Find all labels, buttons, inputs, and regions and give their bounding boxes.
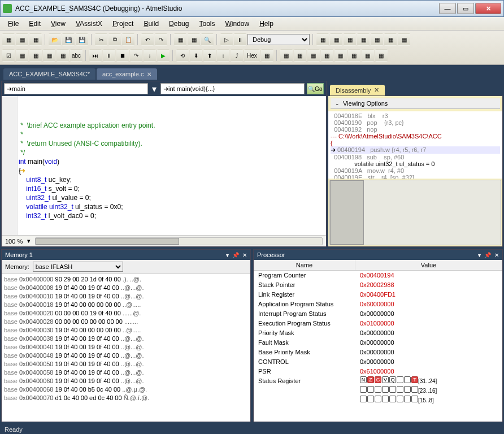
disassembly-pane: ⌄ Viewing Options 0040018E blx r3 004001… [328,96,503,247]
open-icon[interactable]: 📂 [49,33,61,46]
window-titlebar: ACC_EXAMPLE_SAM3S4C (Debugging) - AtmelS… [0,0,504,17]
toolbar-button[interactable]: ▦ [188,33,200,46]
paste-icon[interactable]: 📋 [122,33,134,46]
menu-debug[interactable]: Debug [164,19,193,29]
toolbar-button[interactable]: ▦ [330,33,342,46]
toolbar-button[interactable]: ↕ [217,49,229,62]
undo-icon[interactable]: ↶ [141,33,154,46]
memory-dump[interactable]: base 0x00400000 90 29 00 20 1d 0f 40 00 … [2,274,250,422]
horizontal-scrollbar[interactable] [35,237,323,245]
close-icon[interactable]: ✕ [494,252,499,258]
toolbar-button[interactable]: ▦ [362,49,374,62]
menu-tools[interactable]: Tools [194,19,219,29]
hex-button[interactable]: Hex [244,49,260,62]
toolbar-button[interactable]: ▦ [344,33,356,46]
symbol-combo[interactable]: ➜ main [4,83,148,94]
toolbar-button[interactable]: ▦ [43,49,55,62]
run-icon[interactable]: ▶ [157,49,170,62]
close-icon[interactable]: ✕ [242,252,247,258]
toolbar-button[interactable]: ▦ [334,49,347,62]
save-icon[interactable]: 💾 [62,33,75,46]
step-over-icon[interactable]: ↷ [130,49,142,62]
toolbar-button[interactable]: ▦ [16,33,28,46]
pin-icon[interactable]: 📌 [232,252,239,258]
panel-titlebar: Memory 1 ▾ 📌 ✕ [2,250,250,260]
maximize-button[interactable]: ▭ [457,3,474,14]
code-editor[interactable]: * \brief ACC example application entry p… [2,96,326,235]
toolbar-button[interactable]: ▦ [371,33,383,46]
tab-project[interactable]: ACC_EXAMPLE_SAM3S4C* [3,68,95,80]
memory-region-select[interactable]: base IFLASH [33,262,123,272]
toolbar-button[interactable]: ☑ [2,49,15,62]
pin-icon[interactable]: 📌 [484,252,491,258]
step-into-icon[interactable]: ↓ [144,49,156,62]
toolbar-button[interactable]: ▦ [16,49,28,62]
toolbar-button[interactable]: abc [70,49,82,62]
toolbar-button[interactable]: ▦ [174,33,186,46]
toolbar-button[interactable]: ▦ [307,49,320,62]
toolbar-button[interactable]: ⟲ [176,49,189,62]
minimize-button[interactable]: — [439,3,456,14]
save-all-icon[interactable]: 💾 [76,33,88,46]
cut-icon[interactable]: ✂ [95,33,107,46]
menu-bar: FileEditViewVAssistXProjectBuildDebugToo… [0,17,504,31]
toolbar-button[interactable]: ⬆ [203,49,216,62]
disassembly-listing[interactable]: 0040018E blx r3 00400190 pop {r3, pc} 00… [328,111,502,179]
run-icon[interactable]: ▷ [220,33,233,46]
menu-edit[interactable]: Edit [24,19,45,29]
pause-icon[interactable]: ⏸ [234,33,246,46]
stop-icon[interactable]: ⏹ [116,49,129,62]
chevron-down-icon: ⌄ [335,101,340,106]
toolbar-button[interactable]: ▦ [57,49,69,62]
toolbar-button[interactable]: ▦ [384,33,397,46]
step-icon[interactable]: ⏭ [89,49,102,62]
dropdown-icon[interactable]: ▾ [478,252,481,258]
toolbar-button[interactable]: ⬇ [190,49,202,62]
window-title: ACC_EXAMPLE_SAM3S4C (Debugging) - AtmelS… [15,5,439,12]
menu-build[interactable]: Build [139,19,163,29]
scope-combo[interactable]: ➜ int main(void){...} [160,83,305,94]
find-icon[interactable]: 🔍 [201,33,214,46]
toolbar-button[interactable]: ▦ [357,33,370,46]
toolbar-button[interactable]: ▦ [2,33,15,46]
menu-file[interactable]: File [3,19,23,29]
horizontal-scrollbar[interactable] [329,180,501,246]
toolbar-button[interactable]: ▦ [375,49,388,62]
close-button[interactable]: ✕ [475,3,501,14]
close-icon[interactable]: ✕ [374,86,379,94]
panel-titlebar: Processor ▾ 📌 ✕ [254,250,502,260]
menu-project[interactable]: Project [108,19,138,29]
toolbar-button[interactable]: ▦ [316,33,329,46]
toolbar-button[interactable]: ⤴ [231,49,243,62]
tab-disassembly[interactable]: Disassembly✕ [330,85,385,96]
close-icon[interactable]: ✕ [147,71,151,77]
viewing-options[interactable]: ⌄ Viewing Options [331,98,500,109]
memory-controls: Memory: base IFLASH [2,260,250,274]
toolbar-button[interactable]: ▦ [261,49,273,62]
redo-icon[interactable]: ↷ [155,33,167,46]
pause-icon[interactable]: ⏸ [103,49,115,62]
toolbar-button[interactable]: ▦ [29,49,42,62]
config-select[interactable]: Debug [247,34,310,45]
menu-vassistx[interactable]: VAssistX [71,19,107,29]
toolbar-button[interactable]: ▦ [321,49,333,62]
menu-view[interactable]: View [46,19,70,29]
processor-registers[interactable]: Program Counter0x00400194Stack Pointer0x… [254,271,502,422]
toolbar-button[interactable]: ▦ [398,33,410,46]
copy-icon[interactable]: ⧉ [108,33,121,46]
toolbar-button[interactable]: ▦ [294,49,306,62]
status-text: Ready [5,426,23,433]
status-bar: Ready [0,423,504,434]
app-icon [3,4,12,13]
go-button[interactable]: 🔍Go [307,83,324,94]
menu-window[interactable]: Window [220,19,254,29]
dropdown-icon[interactable]: ▾ [226,252,229,258]
zoom-level[interactable]: 100 % [5,238,23,245]
toolbar-button[interactable]: ▦ [280,49,293,62]
processor-panel: Processor ▾ 📌 ✕ Name Value Program Count… [253,249,503,422]
toolbar-area: ▦ ▦ ▦ 📂 💾 💾 ✂ ⧉ 📋 ↶ ↷ ▦ ▦ 🔍 ▷ ⏸ Debug ▦ … [0,31,504,65]
tab-file[interactable]: acc_example.c✕ [97,68,157,80]
toolbar-button[interactable]: ▦ [29,33,42,46]
toolbar-button[interactable]: ▦ [348,49,360,62]
menu-help[interactable]: Help [255,19,278,29]
